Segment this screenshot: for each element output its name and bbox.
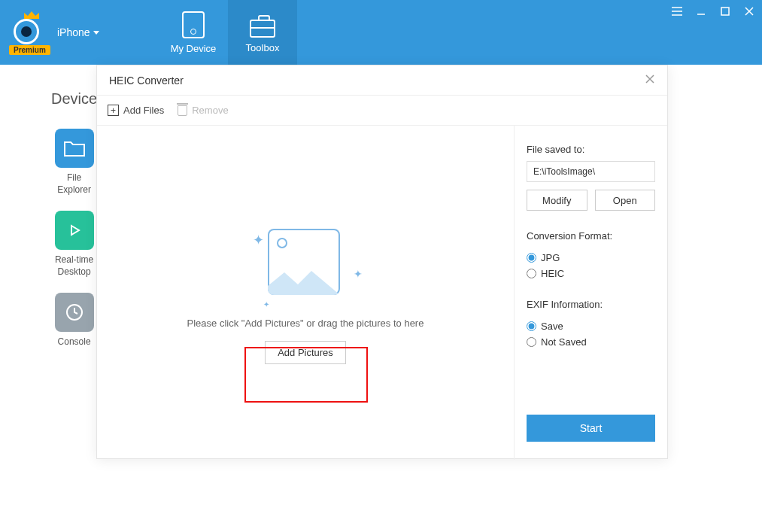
menu-icon[interactable] [670,5,684,18]
device-icon [182,11,205,38]
tab-toolbox[interactable]: Toolbox [228,0,297,65]
exif-label: EXIF Information: [527,299,655,310]
trash-icon [178,105,187,116]
tile-realtime-desktop[interactable]: Real-time Desktop [51,211,97,278]
side-panel: File saved to: Modify Open Conversion Fo… [514,126,667,460]
format-option-jpg[interactable]: JPG [527,252,655,263]
background-content: Device File Explorer Real-time Desktop C… [51,90,97,348]
heic-converter-modal: HEIC Converter + Add Files Remove ✦ ✦ ✦ … [96,65,668,459]
modal-header: HEIC Converter [97,65,667,96]
section-title: Device [51,90,97,108]
logo-area: Premium iPhone [0,0,159,65]
maximize-button[interactable] [718,5,732,18]
button-label: Remove [192,105,228,116]
button-label: Add Files [123,105,164,116]
modal-body: ✦ ✦ ✦ Please click "Add Pictures" or dra… [97,126,667,460]
tile-file-explorer[interactable]: File Explorer [51,129,97,196]
radio-label: HEIC [541,268,564,279]
tab-label: My Device [171,43,217,54]
tile-console[interactable]: Console [51,293,97,348]
folder-icon [55,129,94,168]
drop-area[interactable]: ✦ ✦ ✦ Please click "Add Pictures" or dra… [97,126,514,460]
drop-instruction: Please click "Add Pictures" or drag the … [187,318,424,329]
add-files-button[interactable]: + Add Files [108,105,164,116]
device-selector[interactable]: iPhone [57,26,99,38]
radio-label: Not Saved [541,336,587,348]
device-name: iPhone [57,26,90,38]
close-button[interactable] [742,5,756,18]
add-pictures-button[interactable]: Add Pictures [265,341,346,364]
format-radio-group: JPG HEIC [527,248,655,279]
radio-label: Save [541,321,563,332]
image-placeholder-icon: ✦ ✦ ✦ [253,221,358,304]
radio-input[interactable] [527,253,536,263]
format-option-heic[interactable]: HEIC [527,268,655,279]
chevron-down-icon [93,31,99,35]
svg-rect-0 [721,8,729,15]
exif-option-not-saved[interactable]: Not Saved [527,336,655,348]
tile-label: Real-time Desktop [55,254,93,278]
modify-button[interactable]: Modify [527,190,587,211]
tab-my-device[interactable]: My Device [159,0,228,65]
format-label: Conversion Format: [527,230,655,242]
premium-badge: Premium [9,45,50,55]
modal-title: HEIC Converter [109,74,184,87]
remove-button: Remove [178,105,228,116]
tile-label: File Explorer [57,172,91,196]
play-icon [55,211,94,250]
minimize-button[interactable] [694,5,708,18]
header-tabs: My Device Toolbox [159,0,297,65]
modal-toolbar: + Add Files Remove [97,96,667,126]
window-controls [670,5,756,18]
app-header: Premium iPhone My Device Toolbox [0,0,762,65]
open-button[interactable]: Open [595,190,656,211]
saved-to-path-input[interactable] [527,161,655,182]
start-button[interactable]: Start [527,415,655,442]
plus-icon: + [108,105,119,116]
clock-icon [55,293,94,332]
radio-input[interactable] [527,269,536,278]
exif-radio-group: Save Not Saved [527,316,655,348]
saved-to-label: File saved to: [527,144,655,155]
radio-label: JPG [541,252,560,263]
toolbox-icon [250,20,275,38]
radio-input[interactable] [527,321,536,331]
app-logo: Premium [9,11,51,53]
tab-label: Toolbox [246,42,280,53]
close-icon[interactable] [645,74,655,87]
exif-option-save[interactable]: Save [527,321,655,332]
tile-label: Console [58,336,91,348]
radio-input[interactable] [527,337,536,347]
